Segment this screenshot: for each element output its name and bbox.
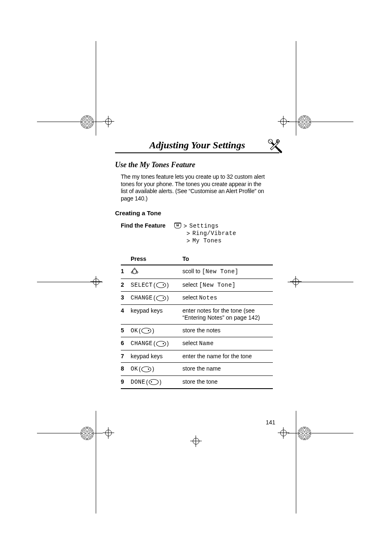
registration-mark-icon xyxy=(290,276,302,288)
table-row: 3CHANGE ()select Notes xyxy=(121,292,273,305)
registration-mark-icon xyxy=(278,116,289,127)
page-number: 141 xyxy=(266,419,275,426)
nav-key-icon: ‹Ô› xyxy=(131,268,138,275)
registration-mark-icon xyxy=(278,427,289,439)
softkey: CHANGE () xyxy=(131,295,169,302)
menu-key-icon: M xyxy=(174,223,181,228)
step-number: 5 xyxy=(121,324,131,337)
step-to: scoll to [New Tone] xyxy=(182,265,273,279)
table-row: 2SELECT ()select [New Tone] xyxy=(121,279,273,292)
step-number: 7 xyxy=(121,350,131,363)
sub-title: Creating a Tone xyxy=(115,210,279,216)
right-softkey-icon xyxy=(141,328,151,334)
chapter-rule xyxy=(115,152,279,153)
table-row: 1‹Ô›scoll to [New Tone] xyxy=(121,265,273,279)
step-number: 9 xyxy=(121,375,131,389)
step-to: select Name xyxy=(182,337,273,350)
table-row: 4keypad keysenter notes for the tone (se… xyxy=(121,304,273,324)
left-softkey-icon xyxy=(149,379,159,385)
crop-mark xyxy=(296,411,296,514)
step-to: select [New Tone] xyxy=(182,279,273,292)
softkey-label: DONE xyxy=(131,379,145,386)
step-to: enter the name for the tone xyxy=(182,350,273,363)
find-the-feature: Find the Feature M > Settings > Ring/Vib… xyxy=(121,222,279,245)
col-press-header: Press xyxy=(131,253,182,265)
table-row: 7keypad keysenter the name for the tone xyxy=(121,350,273,363)
table-row: 8OK ()store the name xyxy=(121,363,273,376)
softkey-label: OK xyxy=(131,366,138,373)
path-separator: > xyxy=(184,222,187,230)
step-press: ‹Ô› xyxy=(131,265,182,279)
step-number: 1 xyxy=(121,265,131,279)
right-softkey-icon xyxy=(156,295,166,301)
find-label: Find the Feature xyxy=(121,222,174,245)
step-press: SELECT () xyxy=(131,279,182,292)
table-row: 6CHANGE ()select Name xyxy=(121,337,273,350)
path-separator: > xyxy=(187,237,190,244)
path-separator: > xyxy=(187,230,190,237)
softkey: OK () xyxy=(131,327,154,335)
registration-mark-icon xyxy=(90,276,102,288)
halftone-dot-icon xyxy=(80,426,94,440)
step-to: enter notes for the tone (see “Entering … xyxy=(182,304,273,324)
crop-mark xyxy=(96,411,96,514)
step-press: CHANGE () xyxy=(131,337,182,350)
mono-text: [New Tone] xyxy=(199,282,235,288)
step-press: DONE () xyxy=(131,375,182,389)
mono-text: Name xyxy=(199,340,214,347)
softkey: SELECT () xyxy=(131,282,169,289)
registration-mark-icon xyxy=(103,427,114,439)
col-to-header: To xyxy=(182,253,273,265)
halftone-dot-icon xyxy=(297,115,311,129)
step-to: store the name xyxy=(182,363,273,376)
softkey-label: CHANGE xyxy=(131,295,152,302)
halftone-dot-icon xyxy=(297,426,311,440)
chapter-title: Adjusting Your Settings xyxy=(134,140,261,151)
step-to: store the notes xyxy=(182,324,273,337)
step-number: 2 xyxy=(121,279,131,292)
registration-mark-icon xyxy=(103,116,114,127)
table-row: 9DONE ()store the tone xyxy=(121,375,273,389)
page-content: Adjusting Your Settings Use the My Tones… xyxy=(115,140,279,389)
step-press: CHANGE () xyxy=(131,292,182,305)
table-row: 5OK ()store the notes xyxy=(121,324,273,337)
path-settings: Settings xyxy=(189,222,219,230)
softkey-label: SELECT xyxy=(131,282,152,289)
mono-text: Notes xyxy=(199,295,217,301)
step-press: keypad keys xyxy=(131,350,182,363)
step-number: 8 xyxy=(121,363,131,376)
softkey-label: CHANGE xyxy=(131,340,152,348)
path-my-tones: My Tones xyxy=(192,237,221,244)
path-ring-vibrate: Ring/Vibrate xyxy=(192,230,236,237)
right-softkey-icon xyxy=(156,282,166,288)
col-num-header xyxy=(121,253,131,265)
softkey-label: OK xyxy=(131,327,138,335)
softkey: OK () xyxy=(131,366,154,373)
mono-text: [New Tone] xyxy=(202,268,238,275)
softkey: CHANGE () xyxy=(131,340,169,348)
step-press: OK () xyxy=(131,363,182,376)
find-path: M > Settings > Ring/Vibrate > My Tones xyxy=(174,222,236,245)
step-to: store the tone xyxy=(182,375,273,389)
registration-mark-icon xyxy=(190,435,202,447)
step-to: select Notes xyxy=(182,292,273,305)
step-number: 3 xyxy=(121,292,131,305)
step-press: OK () xyxy=(131,324,182,337)
section-title: Use the My Tones Feature xyxy=(115,161,279,169)
steps-table: Press To 1‹Ô›scoll to [New Tone]2SELECT … xyxy=(121,253,273,389)
halftone-dot-icon xyxy=(80,115,94,129)
step-number: 4 xyxy=(121,304,131,324)
step-press: keypad keys xyxy=(131,304,182,324)
step-number: 6 xyxy=(121,337,131,350)
intro-paragraph: The my tones feature lets you create up … xyxy=(121,173,269,202)
wrench-screwdriver-icon xyxy=(266,137,284,156)
right-softkey-icon xyxy=(141,366,151,372)
right-softkey-icon xyxy=(156,341,166,347)
softkey: DONE () xyxy=(131,379,161,386)
